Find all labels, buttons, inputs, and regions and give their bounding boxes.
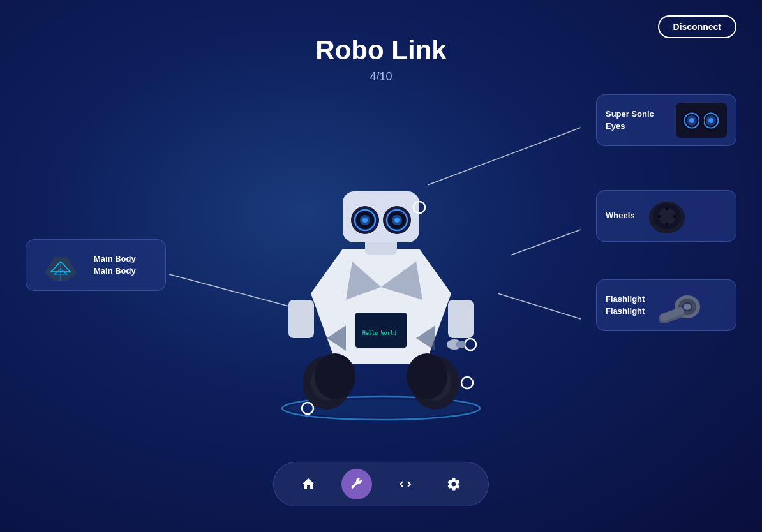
svg-point-27 — [362, 218, 368, 223]
svg-text:Hello World!: Hello World! — [362, 330, 400, 336]
card-mainbody-label: Main Body Main Body — [94, 253, 136, 276]
wheels-image — [643, 198, 687, 233]
card-flashlight-label: Flashlight Flashlight — [606, 293, 645, 316]
svg-point-20 — [407, 353, 447, 399]
svg-point-45 — [689, 118, 694, 123]
svg-point-59 — [673, 215, 676, 218]
card-wheels-label: Wheels — [606, 210, 635, 221]
bottom-navigation — [273, 462, 489, 506]
svg-point-56 — [665, 207, 668, 211]
nav-code-button[interactable] — [390, 469, 421, 499]
card-super-sonic-eyes[interactable]: Super Sonic Eyes — [596, 94, 736, 146]
card-wheels[interactable]: Wheels — [596, 190, 736, 242]
code-icon — [398, 477, 413, 492]
eyes-image — [676, 103, 727, 138]
svg-point-58 — [657, 215, 661, 218]
disconnect-button[interactable]: Disconnect — [658, 15, 736, 38]
svg-point-57 — [665, 223, 668, 226]
wrench-icon — [349, 477, 364, 492]
home-icon — [301, 477, 316, 492]
card-main-body[interactable]: Main Body Main Body — [26, 239, 166, 291]
card-eyes-label: Super Sonic Eyes — [606, 108, 668, 131]
robot-svg: Hello World! — [228, 96, 534, 427]
flashlight-image — [652, 288, 703, 323]
card-flashlight[interactable]: Flashlight Flashlight — [596, 279, 736, 331]
page-title: Robo Link — [315, 35, 446, 66]
settings-icon — [446, 477, 461, 492]
svg-point-40 — [456, 341, 466, 348]
mainbody-image — [35, 248, 86, 283]
nav-wrench-button[interactable] — [341, 469, 372, 499]
svg-point-50 — [708, 118, 713, 123]
svg-rect-52 — [699, 117, 704, 124]
page-subtitle: 4/10 — [370, 70, 392, 84]
nav-home-button[interactable] — [293, 469, 324, 499]
robot-display: Hello World! — [228, 96, 534, 427]
svg-rect-11 — [288, 300, 314, 338]
svg-point-33 — [394, 218, 400, 223]
svg-point-65 — [684, 304, 691, 310]
svg-point-36 — [465, 339, 476, 350]
svg-point-37 — [461, 377, 473, 388]
nav-settings-button[interactable] — [438, 469, 469, 499]
svg-point-19 — [315, 353, 355, 399]
svg-rect-12 — [448, 300, 474, 338]
